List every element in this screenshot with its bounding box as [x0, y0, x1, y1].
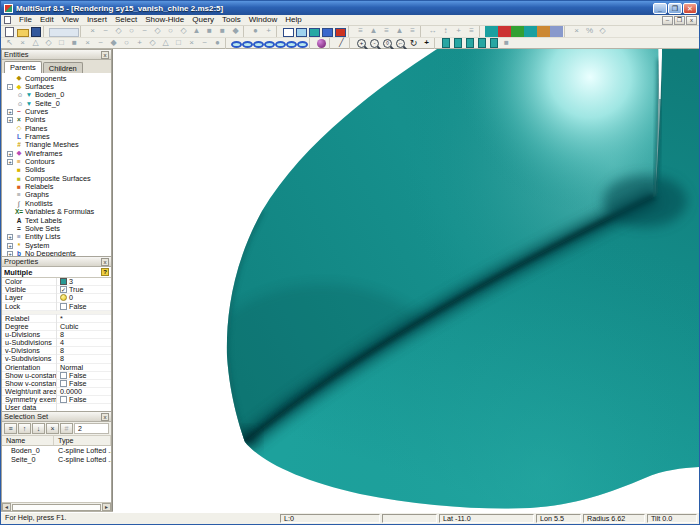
solve-tool-icon[interactable]: ● — [211, 38, 224, 49]
deselect-icon[interactable]: × — [16, 38, 29, 49]
checkbox-icon[interactable] — [60, 396, 67, 403]
hide-selected-icon[interactable]: × — [570, 26, 583, 37]
tree-expander-icon[interactable]: + — [7, 151, 13, 157]
entities-close-icon[interactable]: x — [101, 51, 109, 59]
selection-row-seite-0[interactable]: Seite_0 C-spline Lofted ... — [2, 455, 111, 464]
tree-item-no-dependents[interactable]: + b No Dependents — [4, 249, 111, 256]
edit-point-icon[interactable]: ○ — [120, 38, 133, 49]
checkbox-icon[interactable] — [60, 380, 67, 387]
list-children-icon[interactable]: ≡ — [406, 26, 419, 37]
properties-close-icon[interactable]: x — [101, 258, 109, 266]
selection-move-down-icon[interactable]: ↓ — [32, 423, 45, 434]
tree-expander-icon[interactable]: + — [7, 243, 13, 249]
mdi-minimize-button[interactable]: – — [662, 16, 673, 25]
prop-user-data[interactable]: User data — [2, 404, 111, 411]
show-curves-icon[interactable]: ◆ — [498, 26, 511, 37]
insert-ring-icon[interactable]: ○ — [164, 26, 177, 37]
show-contours-icon[interactable]: ● — [524, 26, 537, 37]
align-horizontal-icon[interactable]: ↔ — [426, 26, 439, 37]
measure-box-icon[interactable]: □ — [55, 38, 68, 49]
hide-percent-icon[interactable]: % — [583, 26, 596, 37]
insert-composite-icon[interactable]: ◆ — [229, 26, 242, 37]
triangle-tool-icon[interactable]: △ — [159, 38, 172, 49]
tree-expander-icon[interactable]: + — [7, 159, 13, 165]
menu-query[interactable]: Query — [188, 15, 218, 25]
edit-surface-icon[interactable]: ◆ — [107, 38, 120, 49]
view-left-icon[interactable] — [275, 41, 286, 48]
window-shaded-view-icon[interactable] — [296, 28, 307, 37]
tree-item-curves[interactable]: + ~ Curves — [4, 107, 111, 115]
view-right-icon[interactable] — [286, 41, 297, 48]
menu-view[interactable]: View — [58, 15, 83, 25]
paste-icon[interactable] — [466, 38, 474, 48]
tree-expander-icon[interactable]: - — [7, 84, 13, 90]
mdi-document-icon[interactable] — [4, 16, 11, 24]
edit-curve-icon[interactable]: ~ — [94, 38, 107, 49]
tree-item-planes[interactable]: ◇ Planes — [4, 124, 111, 132]
rotate-view-icon[interactable]: ↻ — [407, 38, 420, 49]
viewport-3d[interactable] — [113, 49, 699, 512]
save-icon[interactable] — [31, 27, 41, 37]
relation-icon[interactable]: ◇ — [146, 38, 159, 49]
view-home-icon[interactable] — [297, 41, 308, 48]
edit-add-icon[interactable]: + — [262, 26, 275, 37]
show-labels-icon[interactable]: ■ — [550, 26, 563, 37]
prop-lock[interactable]: Lock False — [2, 303, 111, 311]
view-top-icon[interactable] — [253, 41, 264, 48]
window-close-view-icon[interactable] — [335, 28, 346, 37]
menu-edit[interactable]: Edit — [36, 15, 58, 25]
tree-expander-icon[interactable]: + — [7, 117, 13, 123]
pan-view-icon[interactable]: + — [420, 38, 433, 49]
insert-contour-icon[interactable]: ■ — [203, 26, 216, 37]
measure-solid-icon[interactable]: ■ — [68, 38, 81, 49]
tree-item-points[interactable]: + × Points — [4, 116, 111, 124]
menu-show-hide[interactable]: Show-Hide — [141, 15, 188, 25]
tab-children[interactable]: Children — [43, 62, 83, 73]
align-center-icon[interactable]: + — [452, 26, 465, 37]
align-vertical-icon[interactable]: ↕ — [439, 26, 452, 37]
copy-image-icon[interactable] — [454, 38, 462, 48]
list-entities-icon[interactable]: ≡ — [354, 26, 367, 37]
selection-list-icon[interactable]: ≡ — [4, 423, 17, 434]
insert-surface-icon[interactable]: ◇ — [112, 26, 125, 37]
checkbox-icon[interactable]: ✓ — [60, 286, 67, 293]
show-surfaces-icon[interactable]: ◆ — [485, 26, 498, 37]
perspective-view-icon[interactable] — [317, 39, 326, 48]
graph-tool-icon[interactable]: ~ — [198, 38, 211, 49]
insert-wireframe-icon[interactable]: ■ — [216, 26, 229, 37]
checkbox-icon[interactable] — [60, 372, 67, 379]
entity-name-box[interactable] — [49, 28, 79, 37]
menu-file[interactable]: File — [15, 15, 36, 25]
insert-plane-icon[interactable]: ◇ — [151, 26, 164, 37]
window-render-view-icon[interactable] — [309, 28, 320, 37]
tree-item-wireframes[interactable]: + ◆ Wireframes — [4, 149, 111, 157]
add-relation-icon[interactable]: + — [133, 38, 146, 49]
open-file-icon[interactable] — [17, 29, 29, 37]
align-distribute-icon[interactable]: ≡ — [465, 26, 478, 37]
show-points-icon[interactable]: ◆ — [511, 26, 524, 37]
zoom-window-icon[interactable]: ◊ — [383, 39, 392, 48]
tree-item-components[interactable]: ◆ Components — [4, 74, 111, 82]
insert-solid-icon[interactable]: ◇ — [177, 26, 190, 37]
tree-item-graphs[interactable]: ≡ Graphs — [4, 191, 111, 199]
menu-tools[interactable]: Tools — [218, 15, 245, 25]
tree-item-relabels[interactable]: ■ Relabels — [4, 182, 111, 190]
delete-icon[interactable]: × — [81, 38, 94, 49]
show-meshes-icon[interactable]: ▲ — [537, 26, 550, 37]
measure-pen-icon[interactable]: ╱ — [335, 38, 348, 49]
insert-snake-icon[interactable]: ~ — [138, 26, 151, 37]
measure-angle-icon[interactable]: △ — [29, 38, 42, 49]
list-parents-icon[interactable]: ≡ — [380, 26, 393, 37]
tree-item-composite-surfaces[interactable]: ■ Composite Surfaces — [4, 174, 111, 182]
column-header-name[interactable]: Name — [2, 436, 54, 445]
zoom-out-icon[interactable]: - — [370, 39, 379, 48]
tab-parents[interactable]: Parents — [4, 61, 42, 73]
selection-hscrollbar[interactable]: ◄ ► — [2, 502, 111, 511]
insert-circle-icon[interactable]: ○ — [125, 26, 138, 37]
copy-view-icon[interactable] — [442, 38, 450, 48]
view-bottom-icon[interactable] — [264, 41, 275, 48]
menu-window[interactable]: Window — [245, 15, 281, 25]
checkbox-icon[interactable] — [60, 303, 67, 310]
scroll-left-icon[interactable]: ◄ — [2, 503, 11, 511]
tree-expander-icon[interactable]: + — [7, 109, 13, 115]
